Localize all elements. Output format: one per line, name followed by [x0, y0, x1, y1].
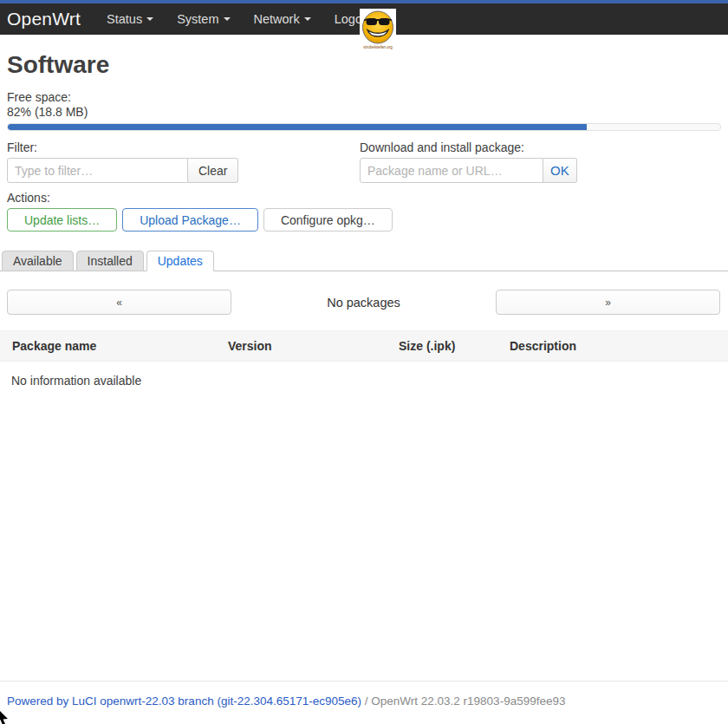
filter-label: Filter:: [7, 140, 360, 155]
footer-separator: /: [361, 695, 371, 708]
download-section: Download and install package: OK: [360, 140, 728, 183]
free-space-section: Free space: 82% (18.8 MB): [7, 90, 721, 131]
upload-package-button[interactable]: Upload Package…: [122, 208, 258, 232]
smiley-logo-icon: [361, 10, 395, 45]
free-space-progressbar: [7, 123, 721, 131]
chevron-down-icon: [224, 17, 231, 21]
column-header-description: Description: [497, 331, 728, 361]
filter-section: Filter: Clear: [0, 140, 360, 183]
site-logo-caption: strobelstefan.org: [361, 45, 395, 50]
menu-item-system-label: System: [177, 12, 218, 26]
main-menu: Status System Network Logout: [107, 12, 396, 26]
tab-updates[interactable]: Updates: [146, 251, 214, 271]
tab-available[interactable]: Available: [2, 251, 74, 271]
download-label: Download and install package:: [360, 140, 728, 155]
free-space-progress-fill: [8, 124, 587, 130]
column-header-package-name: Package name: [0, 331, 216, 361]
filter-input[interactable]: [7, 158, 188, 183]
actions-label: Actions:: [7, 191, 721, 205]
chevron-down-icon: [146, 17, 153, 21]
pagination-status: No packages: [231, 296, 496, 310]
menu-item-system[interactable]: System: [177, 12, 230, 26]
brand-logo[interactable]: OpenWrt: [7, 9, 81, 29]
next-page-button[interactable]: »: [496, 290, 720, 315]
pagination-bar: « No packages »: [0, 290, 728, 315]
menu-item-network[interactable]: Network: [254, 12, 311, 26]
content-area: Software Free space: 82% (18.8 MB) Filte…: [0, 52, 728, 388]
site-logo[interactable]: strobelstefan.org: [360, 9, 396, 51]
clear-filter-button[interactable]: Clear: [188, 158, 238, 183]
package-tabs: Available Installed Updates: [0, 251, 728, 271]
menu-item-status[interactable]: Status: [107, 12, 153, 26]
free-space-value: 82% (18.8 MB): [7, 105, 721, 120]
luci-version-link[interactable]: Powered by LuCI openwrt-22.03 branch (gi…: [7, 695, 361, 708]
prev-page-button[interactable]: «: [7, 290, 231, 315]
actions-section: Actions: Update lists… Upload Package… C…: [7, 191, 721, 232]
mouse-cursor: [0, 708, 11, 724]
chevron-down-icon: [304, 17, 311, 21]
table-empty-message: No information available: [11, 374, 728, 388]
column-header-size: Size (.ipk): [387, 331, 497, 361]
column-header-version: Version: [216, 331, 387, 361]
page-title: Software: [7, 52, 721, 78]
package-table: Package name Version Size (.ipk) Descrip…: [0, 330, 728, 388]
package-table-header: Package name Version Size (.ipk) Descrip…: [0, 330, 728, 362]
menu-item-status-label: Status: [107, 12, 142, 26]
controls-row: Filter: Clear Download and install packa…: [0, 140, 728, 183]
openwrt-version-text: OpenWrt 22.03.2 r19803-9a599fee93: [371, 695, 565, 708]
menu-item-network-label: Network: [254, 12, 300, 26]
configure-opkg-button[interactable]: Configure opkg…: [263, 208, 393, 232]
download-ok-button[interactable]: OK: [543, 158, 577, 183]
page-footer: Powered by LuCI openwrt-22.03 branch (gi…: [0, 681, 728, 708]
tab-installed[interactable]: Installed: [76, 251, 144, 271]
free-space-label: Free space:: [7, 90, 721, 105]
update-lists-button[interactable]: Update lists…: [7, 208, 117, 232]
package-url-input[interactable]: [360, 158, 543, 183]
